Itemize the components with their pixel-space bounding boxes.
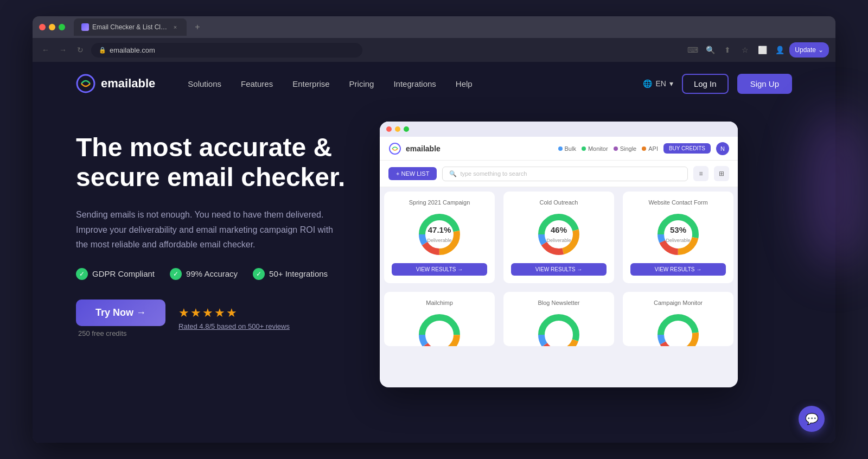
update-badge[interactable]: Update ⌄ — [789, 42, 829, 58]
dashboard-mockup: emailable Bulk Monitor — [380, 122, 738, 387]
nav-links: Solutions Features Enterprise Pricing In… — [188, 79, 643, 88]
hero-left: The most accurate & secure email checker… — [76, 116, 358, 443]
donut-pct-1: 46% — [546, 225, 571, 234]
single-dot — [614, 146, 618, 151]
chat-icon: 💬 — [805, 412, 819, 425]
card-title-5: Campaign Monitor — [654, 299, 703, 306]
zoom-button[interactable]: 🔍 — [703, 42, 718, 58]
traffic-lights — [39, 24, 65, 30]
svg-point-18 — [541, 317, 576, 346]
dash-max-dot — [404, 126, 409, 132]
bulk-dot — [558, 146, 563, 151]
dash-close-dot — [386, 126, 392, 132]
hero-badges: ✓ GDPR Compliant ✓ 99% Accuracy ✓ 50+ In… — [76, 268, 358, 280]
dash-nav-api[interactable]: API — [642, 145, 658, 152]
try-now-button[interactable]: Try Now → — [76, 299, 165, 326]
nav-right: 🌐 EN ▾ Log In Sign Up — [643, 74, 792, 94]
dashboard-cards: Spring 2021 Campaign 47.1% Deliverable V… — [380, 187, 738, 350]
update-chevron: ⌄ — [818, 46, 824, 54]
card-title-4: Blog Newsletter — [538, 299, 579, 306]
check-icon-gdpr: ✓ — [76, 268, 88, 280]
single-label: Single — [620, 145, 637, 152]
star-rating: ★★★★★ — [178, 306, 290, 320]
dash-nav-single[interactable]: Single — [614, 145, 637, 152]
donut-5 — [654, 310, 703, 346]
svg-point-1 — [390, 143, 400, 154]
hero-right: emailable Bulk Monitor — [358, 116, 792, 443]
close-window-button[interactable] — [39, 24, 46, 30]
nav-help[interactable]: Help — [456, 79, 473, 88]
tab-close-button[interactable]: × — [171, 23, 179, 31]
donut-pct-2: 53% — [666, 225, 690, 234]
badge-integrations: ✓ 50+ Integrations — [253, 268, 328, 280]
dash-logo-area: emailable — [388, 142, 441, 155]
address-text: emailable.com — [110, 46, 155, 54]
rating-link[interactable]: Rated 4.8/5 based on 500+ reviews — [178, 322, 290, 330]
view-results-button-2[interactable]: VIEW RESULTS → — [630, 263, 726, 276]
language-selector[interactable]: 🌐 EN ▾ — [643, 79, 673, 88]
badge-integrations-label: 50+ Integrations — [269, 269, 328, 278]
back-button[interactable]: ← — [39, 43, 52, 56]
language-label: EN — [655, 79, 666, 88]
tab-favicon — [81, 23, 89, 31]
new-tab-button[interactable]: + — [191, 21, 204, 34]
lock-icon: 🔒 — [99, 47, 106, 54]
check-icon-integrations: ✓ — [253, 268, 265, 280]
monitor-dot — [582, 146, 586, 151]
free-credits-label: 250 free credits — [78, 329, 165, 337]
dash-logo-icon — [388, 142, 401, 155]
extensions-button[interactable]: ⬜ — [755, 42, 770, 58]
address-field[interactable]: 🔒 emailable.com — [91, 43, 362, 58]
hero-section: The most accurate & secure email checker… — [33, 105, 835, 443]
logo-area[interactable]: emailable — [76, 74, 155, 93]
dashboard-search[interactable]: 🔍 type something to search — [442, 167, 688, 181]
nav-solutions[interactable]: Solutions — [188, 79, 221, 88]
card-title-3: Mailchimp — [426, 299, 453, 306]
donut-sub-1: Deliverable — [546, 238, 571, 243]
address-actions: ⌨ 🔍 ⬆ ☆ ⬜ 👤 Update ⌄ — [685, 42, 829, 58]
dash-min-dot — [395, 126, 400, 132]
share-button[interactable]: ⬆ — [720, 42, 735, 58]
donut-pct-0: 47.1% — [427, 225, 451, 234]
new-list-button[interactable]: + NEW LIST — [388, 167, 437, 180]
logo-icon — [76, 74, 95, 93]
dash-nav-monitor[interactable]: Monitor — [582, 145, 608, 152]
svg-point-0 — [77, 75, 94, 92]
search-icon: 🔍 — [449, 170, 457, 177]
nav-pricing[interactable]: Pricing — [349, 79, 374, 88]
nav-enterprise[interactable]: Enterprise — [292, 79, 329, 88]
buy-credits-button[interactable]: BUY CREDITS — [663, 143, 711, 154]
donut-label-1: 46% Deliverable — [546, 225, 571, 244]
menu-button[interactable]: ≡ — [693, 166, 709, 181]
badge-gdpr-label: GDPR Compliant — [92, 269, 155, 278]
translate-button[interactable]: ⌨ — [685, 42, 700, 58]
tab-title: Email Checker & List Cleaning — [92, 23, 168, 31]
minimize-window-button[interactable] — [49, 24, 55, 30]
forward-button[interactable]: → — [56, 43, 69, 56]
view-toggle-button[interactable]: ⊞ — [714, 166, 729, 181]
dashboard-card-3: Mailchimp — [384, 292, 495, 346]
profile-button[interactable]: 👤 — [772, 42, 787, 58]
nav-integrations[interactable]: Integrations — [393, 79, 436, 88]
browser-tab[interactable]: Email Checker & List Cleaning × — [74, 18, 187, 36]
svg-point-14 — [422, 317, 457, 346]
user-avatar: N — [716, 142, 729, 155]
login-button[interactable]: Log In — [682, 74, 729, 94]
signup-button[interactable]: Sign Up — [737, 74, 792, 94]
card-title-0: Spring 2021 Campaign — [409, 199, 470, 206]
dashboard-card-2: Website Contact Form 53% Deliverable VIE… — [623, 192, 733, 283]
dashboard-card-0: Spring 2021 Campaign 47.1% Deliverable V… — [384, 192, 495, 283]
dash-toolbar: + NEW LIST 🔍 type something to search ≡ … — [380, 161, 738, 187]
dash-nav-bulk[interactable]: Bulk — [558, 145, 576, 152]
main-nav: emailable Solutions Features Enterprise … — [33, 62, 835, 105]
nav-features[interactable]: Features — [241, 79, 273, 88]
badge-accuracy: ✓ 99% Accuracy — [170, 268, 238, 280]
view-results-button-0[interactable]: VIEW RESULTS → — [392, 263, 487, 276]
view-results-button-1[interactable]: VIEW RESULTS → — [511, 263, 607, 276]
check-icon-accuracy: ✓ — [170, 268, 182, 280]
maximize-window-button[interactable] — [59, 24, 65, 30]
bookmark-button[interactable]: ☆ — [737, 42, 752, 58]
reload-button[interactable]: ↻ — [74, 43, 87, 56]
donut-1: 46% Deliverable — [534, 210, 583, 259]
chat-button[interactable]: 💬 — [799, 406, 825, 432]
